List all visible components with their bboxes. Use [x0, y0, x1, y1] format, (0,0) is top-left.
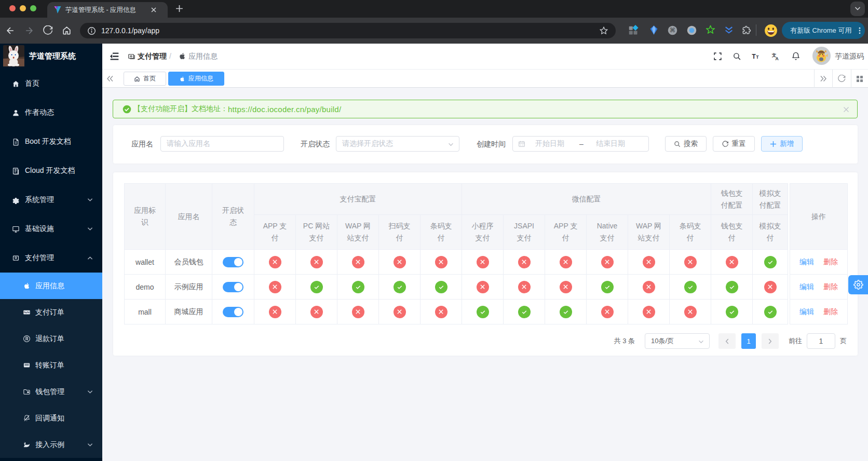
svg-text:A: A — [776, 56, 779, 61]
svg-text:T: T — [756, 55, 759, 60]
svg-text:⌘: ⌘ — [670, 27, 675, 33]
svg-text:PayPal: PayPal — [24, 311, 30, 314]
svg-text:T: T — [752, 53, 756, 60]
